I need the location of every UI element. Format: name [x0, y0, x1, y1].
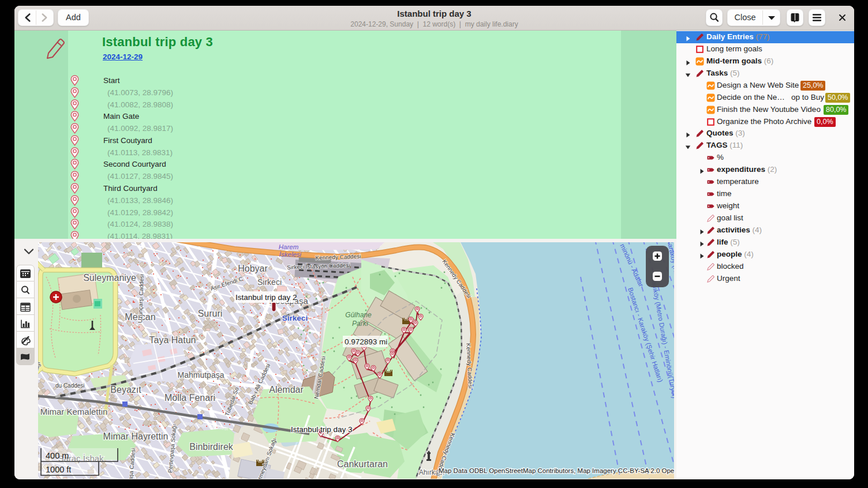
svg-text:Istanbul trip day 2: Istanbul trip day 2	[235, 293, 297, 302]
svg-text:İskelesi: İskelesi	[279, 251, 302, 258]
svg-text:Taya Hatun: Taya Hatun	[149, 335, 196, 345]
svg-text:Sirkeci: Sirkeci	[257, 277, 282, 287]
svg-text:du Caddesi: du Caddesi	[55, 382, 85, 389]
svg-text:Hobyar: Hobyar	[238, 264, 268, 273]
svg-text:Parkı: Parkı	[352, 320, 368, 328]
svg-text:Mahmutpaşa: Mahmutpaşa	[178, 370, 225, 380]
svg-text:Molla Fenari: Molla Fenari	[164, 393, 215, 403]
svg-text:Map Data ODBL OpenStreetMap Co: Map Data ODBL OpenStreetMap Contributors…	[439, 467, 674, 474]
svg-text:400 m: 400 m	[46, 451, 69, 460]
svg-text:Harem: Harem	[279, 243, 299, 250]
svg-text:Sururi: Sururi	[198, 309, 223, 318]
svg-text:Gülhane: Gülhane	[345, 311, 372, 319]
svg-text:Mimar Kemalettin: Mimar Kemalettin	[40, 407, 108, 416]
svg-text:Binbirdirek: Binbirdirek	[189, 442, 234, 452]
svg-text:Beyazıt: Beyazıt	[110, 385, 141, 395]
svg-text:Alemdar: Alemdar	[269, 385, 304, 395]
svg-text:Mimar Hayrettin: Mimar Hayrettin	[103, 431, 169, 441]
svg-text:1000 ft: 1000 ft	[46, 465, 71, 474]
svg-text:Istanbul trip day 3: Istanbul trip day 3	[291, 425, 353, 434]
svg-text:Sirkeci: Sirkeci	[282, 314, 308, 322]
svg-text:Cankurtaran: Cankurtaran	[337, 459, 388, 469]
svg-text:0.972893 mi: 0.972893 mi	[345, 337, 387, 346]
svg-text:Süleymaniye: Süleymaniye	[83, 273, 136, 283]
